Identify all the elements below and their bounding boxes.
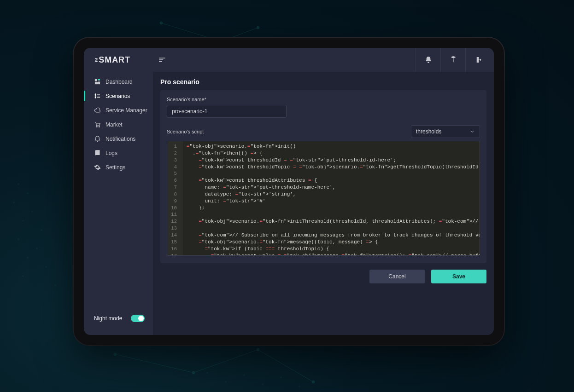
brand-text: SMART (99, 55, 130, 65)
svg-point-16 (22, 220, 24, 222)
template-select-value: thresholds (416, 128, 441, 135)
bell-icon (94, 135, 101, 142)
svg-point-35 (95, 94, 96, 95)
topbar: 2SMART (84, 48, 494, 72)
sidebar-item-label: Notifications (105, 136, 135, 142)
svg-point-37 (95, 97, 96, 98)
chevron-down-icon (469, 129, 475, 134)
sidebar-item-label: Market (105, 121, 123, 128)
svg-point-36 (95, 96, 96, 97)
save-button[interactable]: Save (431, 270, 486, 283)
sidebar-item-scenarios[interactable]: Scenarios (84, 89, 153, 103)
editor-code[interactable]: ="tok-obj">scenario.="tok-fn">init() .="… (183, 141, 480, 255)
svg-point-25 (225, 381, 227, 383)
notifications-button[interactable] (416, 48, 440, 72)
night-mode-row: Night mode (84, 315, 153, 335)
svg-point-19 (36, 248, 38, 249)
sidebar-item-settings[interactable]: Settings (84, 160, 153, 174)
scenario-panel: Scenario's name* Scenario's script thres… (160, 90, 486, 263)
cancel-button[interactable]: Cancel (369, 270, 425, 283)
svg-point-15 (31, 211, 33, 213)
svg-rect-32 (98, 79, 100, 81)
svg-point-17 (41, 229, 42, 231)
svg-point-9 (192, 371, 195, 374)
script-field-label: Scenario's script (167, 129, 204, 134)
broadcast-button[interactable] (440, 48, 465, 72)
page-title: Pro scenario (160, 78, 486, 86)
brand-logo: 2SMART (84, 55, 150, 65)
svg-line-3 (193, 350, 258, 373)
svg-line-4 (258, 350, 313, 382)
svg-point-21 (45, 266, 47, 268)
svg-point-22 (22, 275, 24, 277)
svg-point-41 (96, 127, 97, 127)
svg-point-42 (99, 127, 100, 127)
menu-toggle-button[interactable] (153, 56, 171, 64)
svg-point-29 (299, 386, 300, 387)
svg-point-18 (18, 238, 19, 240)
sidebar-item-market[interactable]: Market (84, 117, 153, 132)
svg-point-24 (206, 372, 208, 374)
svg-point-10 (257, 348, 259, 351)
svg-point-13 (27, 192, 29, 194)
dashboard-icon (94, 78, 101, 85)
book-icon (94, 150, 101, 156)
sidebar-item-service-manager[interactable]: Service Manager (84, 103, 153, 117)
night-mode-label: Night mode (94, 315, 122, 322)
svg-point-28 (280, 376, 282, 378)
svg-point-12 (18, 183, 19, 185)
editor-gutter: 1 2 3 4 5 6 7 8 9 10 11 12 13 14 15 16 1… (167, 141, 183, 255)
svg-rect-34 (95, 82, 100, 84)
gear-icon (94, 164, 101, 171)
sidebar: Dashboard Scenarios Service Manager Mark… (84, 72, 153, 335)
name-field-label: Scenario's name* (167, 97, 480, 102)
scenarios-icon (94, 92, 101, 99)
cart-icon (94, 121, 101, 128)
brand-prefix: 2 (95, 57, 98, 63)
svg-point-5 (160, 22, 163, 24)
svg-point-11 (312, 380, 315, 383)
svg-rect-43 (96, 151, 99, 151)
sidebar-item-label: Scenarios (105, 93, 130, 99)
svg-point-30 (453, 58, 454, 59)
sidebar-item-notifications[interactable]: Notifications (84, 132, 153, 146)
svg-point-26 (243, 374, 245, 376)
svg-point-27 (262, 383, 264, 385)
antenna-icon (450, 56, 457, 63)
svg-rect-33 (98, 81, 100, 81)
night-mode-toggle[interactable] (131, 315, 145, 322)
sidebar-item-label: Settings (105, 164, 125, 171)
sidebar-item-label: Logs (105, 150, 117, 156)
main-content: Pro scenario Scenario's name* Scenario's… (153, 72, 494, 335)
tablet-frame: 2SMART Dashboard (74, 38, 504, 345)
svg-point-14 (13, 202, 15, 203)
code-editor[interactable]: 1 2 3 4 5 6 7 8 9 10 11 12 13 14 15 16 1… (167, 141, 480, 256)
app-screen: 2SMART Dashboard (84, 48, 494, 335)
svg-rect-31 (95, 79, 97, 81)
svg-point-20 (27, 257, 29, 259)
scenario-name-input[interactable] (167, 105, 287, 118)
sidebar-item-dashboard[interactable]: Dashboard (84, 75, 153, 89)
logout-icon (474, 56, 482, 63)
sidebar-item-logs[interactable]: Logs (84, 146, 153, 160)
logout-button[interactable] (465, 48, 490, 72)
svg-point-7 (257, 26, 259, 29)
menu-icon (158, 56, 166, 64)
sidebar-item-label: Dashboard (105, 79, 133, 85)
cloud-icon (94, 107, 101, 114)
template-select[interactable]: thresholds (411, 125, 480, 138)
bell-icon (425, 56, 432, 63)
svg-line-2 (115, 354, 193, 373)
svg-point-8 (114, 353, 117, 356)
sidebar-item-label: Service Manager (105, 107, 147, 114)
svg-point-23 (54, 284, 56, 286)
